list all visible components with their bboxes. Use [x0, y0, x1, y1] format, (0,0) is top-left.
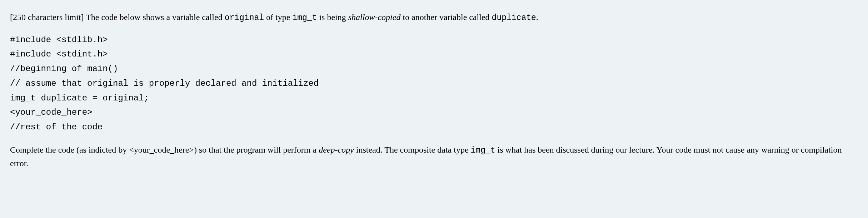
code-original: original [225, 13, 264, 23]
question-container: [250 characters limit] The code below sh… [10, 11, 858, 170]
intro-text-mid2: is being [317, 13, 348, 22]
outro-paragraph: Complete the code (as indicted by <your_… [10, 143, 858, 170]
intro-paragraph: [250 characters limit] The code below sh… [10, 11, 858, 24]
shallow-copied-text: shallow-copied [348, 13, 401, 22]
code-line-6: <your_code_here> [10, 108, 92, 117]
intro-text-mid1: of type [264, 13, 292, 22]
intro-text-suffix: . [536, 13, 538, 22]
code-block: #include <stdlib.h> #include <stdint.h> … [10, 33, 858, 135]
deep-copy-text: deep-copy [319, 145, 354, 154]
code-line-3: //beginning of main() [10, 64, 118, 74]
outro-text-part2: instead. The composite data type [354, 145, 471, 154]
code-line-5: img_t duplicate = original; [10, 93, 149, 103]
code-img-t-2: img_t [471, 146, 495, 155]
code-line-4: // assume that original is properly decl… [10, 79, 319, 88]
intro-text-prefix: [250 characters limit] The code below sh… [10, 13, 225, 22]
code-duplicate: duplicate [492, 13, 536, 23]
code-img-t: img_t [292, 13, 317, 23]
code-line-7: //rest of the code [10, 122, 103, 132]
outro-text-part1: Complete the code (as indicted by <your_… [10, 145, 319, 154]
intro-text-mid3: to another variable called [400, 13, 492, 22]
code-line-1: #include <stdlib.h> [10, 35, 108, 45]
code-line-2: #include <stdint.h> [10, 49, 108, 59]
